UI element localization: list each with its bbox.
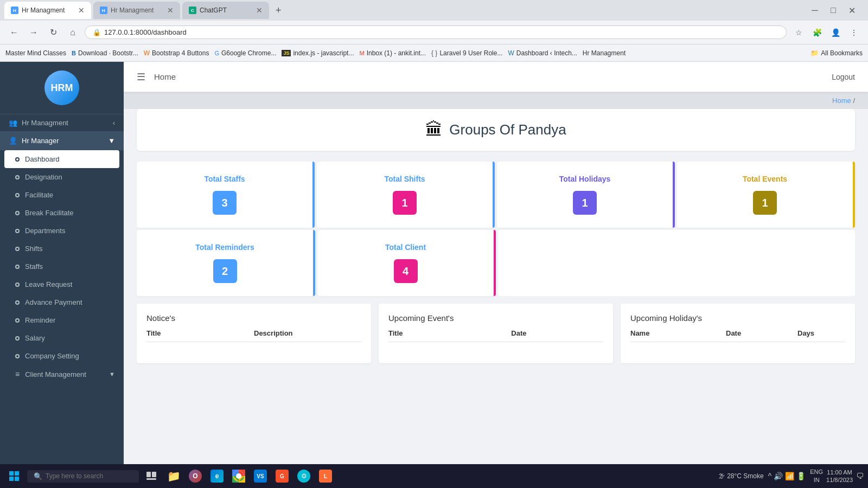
taskbar-icon-edge[interactable]: e [207, 466, 227, 486]
user-label: Hr Manager [22, 137, 59, 145]
stats-top-row: Total Staffs 3 Total Shifts 1 [137, 162, 855, 228]
taskbar-search-box[interactable]: 🔍 [27, 470, 139, 483]
holidays-col-name: Name [630, 329, 726, 337]
sidebar-item-break-facilitate[interactable]: Break Facilitate [0, 204, 124, 222]
tray-datetime: 11:00 AM 11/8/2023 [826, 468, 853, 484]
sidebar-item-advance-payment[interactable]: Advance Payment [0, 293, 124, 311]
sidebar-item-departments[interactable]: Departments [0, 222, 124, 240]
bookmark-gmail[interactable]: M Inbox (1) - ankit.int... [359, 49, 426, 57]
nav-dot-company [15, 354, 20, 358]
tray-volume-icon[interactable]: 🔊 [774, 472, 783, 480]
bookmark-laravel[interactable]: { } Laravel 9 User Role... [431, 49, 502, 57]
company-header: 🏛 Groups Of Pandya [137, 109, 855, 151]
bookmark-hr[interactable]: Hr Managment [583, 49, 626, 57]
sidebar-user-item[interactable]: 👤 Hr Manager ▼ [0, 131, 124, 150]
breadcrumb-separator: / [853, 97, 855, 105]
taskbar-icon-vscode[interactable]: VS [251, 466, 270, 486]
maximize-button[interactable]: □ [826, 3, 841, 18]
sidebar-section-header[interactable]: 👥 Hr Managment ‹ [0, 114, 124, 131]
sidebar-item-shifts[interactable]: Shifts [0, 240, 124, 258]
tray-language: ENG IN [810, 468, 823, 485]
address-bar[interactable]: 🔒 127.0.0.1:8000/dashboard [85, 25, 787, 39]
hamburger-icon[interactable]: ☰ [137, 71, 145, 83]
bookmark-indexjs[interactable]: JS index.js - javascript... [282, 49, 354, 57]
windows-start-button[interactable] [4, 466, 24, 486]
back-button[interactable]: ← [7, 25, 22, 40]
tray-chevron-icon[interactable]: ^ [768, 472, 772, 480]
bookmark-google[interactable]: G G6oogle Chrome... [214, 49, 276, 57]
refresh-button[interactable]: ↻ [46, 25, 61, 40]
stat-label-shifts: Total Shifts [384, 175, 425, 183]
taskbar-search-input[interactable] [46, 472, 132, 480]
bookmark-label: G6oogle Chrome... [221, 49, 276, 57]
bookmark-all[interactable]: 📁 All Bookmarks [810, 49, 863, 57]
sidebar-item-facilitate[interactable]: Facilitate [0, 186, 124, 204]
bookmark-mastermind[interactable]: Master Mind Classes [5, 49, 66, 57]
tab-favicon-2: H [100, 7, 107, 14]
sidebar-item-dashboard[interactable]: Dashboard [4, 150, 119, 168]
events-col-date: Date [511, 329, 603, 337]
taskbar-icon-taskview[interactable] [142, 466, 162, 486]
tab-close-1[interactable]: ✕ [78, 6, 85, 15]
breadcrumb-home[interactable]: Home [832, 97, 851, 105]
search-icon: 🔍 [34, 472, 42, 480]
taskbar-icon-git[interactable]: G [272, 466, 292, 486]
svg-rect-2 [9, 477, 14, 481]
svg-rect-4 [146, 472, 151, 477]
notification-icon[interactable]: 🗨 [856, 472, 864, 480]
holidays-col-date: Date [726, 329, 797, 337]
bookmark-dashboard[interactable]: W Dashboard ‹ Intech... [508, 49, 577, 57]
minimize-button[interactable]: ─ [807, 3, 822, 18]
forward-button[interactable]: → [26, 25, 41, 40]
stat-value-holidays: 1 [582, 197, 588, 209]
g-icon: G [214, 50, 219, 56]
close-button[interactable]: ✕ [844, 3, 859, 18]
sidebar-label-dashboard: Dashboard [25, 155, 60, 163]
tab-favicon-1: H [11, 7, 18, 14]
svg-rect-3 [15, 477, 19, 481]
sidebar-label-shifts: Shifts [25, 245, 43, 253]
new-tab-button[interactable]: + [271, 5, 286, 16]
profile-button[interactable]: 👤 [828, 25, 843, 40]
taskbar-icon-browser-bird[interactable]: O [186, 466, 205, 486]
taskbar-icon-dev[interactable]: ⚙ [294, 466, 314, 486]
notices-columns: Title Description [146, 329, 361, 342]
stat-value-staffs: 3 [221, 197, 227, 209]
sidebar-item-client-management[interactable]: ≡ Client Management ▼ [0, 365, 124, 383]
stat-label-holidays: Total Holidays [559, 175, 611, 183]
stat-badge-staffs: 3 [213, 191, 237, 215]
topbar-title: Home [154, 72, 176, 81]
taskbar-icon-chrome[interactable] [229, 466, 248, 486]
tab-close-chatgpt[interactable]: ✕ [256, 6, 263, 15]
taskbar-icon-laragon[interactable]: L [316, 466, 335, 486]
sidebar-item-reminder[interactable]: Reminder [0, 311, 124, 329]
bookmark-label: index.js - javascript... [293, 49, 354, 57]
sidebar-item-designation[interactable]: Designation [0, 168, 124, 186]
tab-hr-managment-2[interactable]: H Hr Managment ✕ [93, 2, 180, 19]
bookmark-label: Inbox (1) - ankit.int... [367, 49, 426, 57]
tab-close-2[interactable]: ✕ [167, 6, 174, 15]
menu-button[interactable]: ⋮ [846, 25, 861, 40]
sidebar-item-staffs[interactable]: Staffs [0, 258, 124, 275]
tray-battery-icon[interactable]: 🔋 [796, 472, 806, 480]
tray-network-icon[interactable]: 📶 [785, 472, 794, 480]
extension-button[interactable]: 🧩 [809, 25, 825, 40]
logout-button[interactable]: Logout [832, 73, 855, 81]
home-button[interactable]: ⌂ [65, 25, 80, 40]
bookmark-bootstrap-btn[interactable]: W Bootstrap 4 Buttons [144, 49, 209, 57]
stat-total-events: Total Events 1 [677, 162, 855, 228]
sidebar-item-company-setting[interactable]: Company Setting [0, 347, 124, 365]
sidebar-item-leave-request[interactable]: Leave Request [0, 275, 124, 293]
tab-chatgpt[interactable]: C ChatGPT ✕ [182, 2, 269, 19]
sidebar: HRM 👥 Hr Managment ‹ 👤 Hr Manager ▼ [0, 62, 124, 464]
events-panel: Upcoming Event's Title Date [379, 304, 613, 363]
sidebar-item-salary[interactable]: Salary [0, 329, 124, 347]
browser-titlebar: H Hr Managment ✕ H Hr Managment ✕ C Chat… [0, 0, 868, 21]
bookmark-star-button[interactable]: ☆ [791, 25, 806, 40]
tab-hr-managment-1[interactable]: H Hr Managment ✕ [4, 2, 91, 19]
taskbar-icon-explorer[interactable]: 📁 [164, 466, 183, 486]
stat-total-staffs: Total Staffs 3 [137, 162, 315, 228]
bookmark-bootstrap-dl[interactable]: B Download · Bootstr... [72, 49, 138, 57]
tray-lang-time: ENG IN 11:00 AM 11/8/2023 🗨 [810, 468, 864, 485]
folder-icon: 📁 [810, 49, 819, 57]
